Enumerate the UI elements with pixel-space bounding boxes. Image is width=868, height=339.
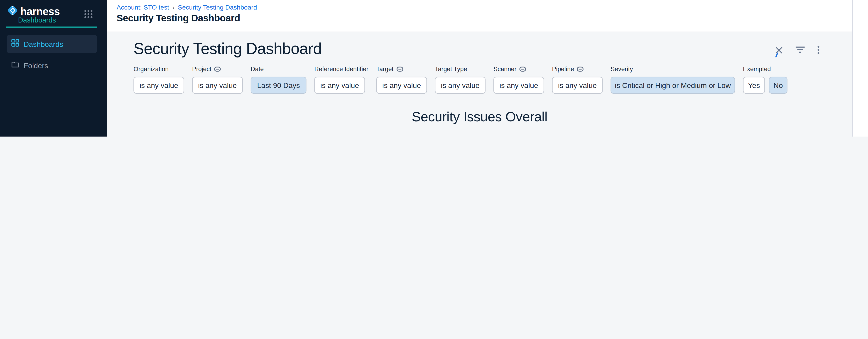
filter-value-dropdown[interactable]: is Critical or High or Medium or Low: [611, 77, 735, 94]
filter-icon[interactable]: [796, 46, 805, 54]
filter-organization: Organization is any value: [133, 65, 184, 94]
filter-label: Reference Identifier: [314, 65, 368, 72]
sidebar-item-label: Dashboards: [24, 40, 63, 48]
section-title: Security Issues Overall: [107, 109, 852, 125]
sidebar: harness Dashboards Dashboards: [0, 0, 107, 137]
filter-label: Severity: [611, 65, 633, 72]
link-icon: [214, 66, 221, 72]
filter-label: Scanner: [493, 65, 517, 72]
sidebar-divider: [6, 27, 97, 28]
app-root: harness Dashboards Dashboards: [0, 0, 868, 137]
sidebar-item-dashboards[interactable]: Dashboards: [7, 35, 97, 53]
dashboards-icon: [11, 39, 19, 49]
filter-pipeline: Pipeline is any value: [552, 65, 602, 94]
filter-value-dropdown[interactable]: is any value: [133, 77, 184, 94]
filter-label: Organization: [133, 65, 168, 72]
module-name: Dashboards: [18, 16, 56, 24]
top-header: Account: STO test › Security Testing Das…: [107, 0, 868, 32]
filter-scanner: Scanner is any value: [493, 65, 544, 94]
filter-label: Project: [192, 65, 212, 72]
breadcrumb: Account: STO test › Security Testing Das…: [117, 4, 257, 11]
filter-label: Target: [376, 65, 394, 72]
filter-value-dropdown[interactable]: Last 90 Days: [251, 77, 307, 94]
filter-value-dropdown[interactable]: is any value: [192, 77, 243, 94]
filter-value-dropdown[interactable]: is any value: [314, 77, 365, 94]
sidebar-item-folders[interactable]: Folders: [7, 56, 97, 74]
filter-value-dropdown[interactable]: is any value: [435, 77, 486, 94]
filter-value-dropdown[interactable]: is any value: [552, 77, 602, 94]
vertical-scrollbar[interactable]: [852, 0, 868, 137]
filter-date: Date Last 90 Days: [251, 65, 307, 94]
close-icon[interactable]: [775, 46, 783, 54]
filter-severity: Severity is Critical or High or Medium o…: [611, 65, 735, 94]
filter-label: Exempted: [743, 65, 771, 72]
filter-value-dropdown[interactable]: is any value: [493, 77, 544, 94]
filter-project: Project is any value: [192, 65, 243, 94]
filter-target: Target is any value: [376, 65, 427, 94]
link-icon: [396, 66, 403, 72]
link-icon: [577, 66, 584, 72]
filter-reference-identifier: Reference Identifier is any value: [314, 65, 368, 94]
breadcrumb-separator-icon: ›: [173, 4, 175, 11]
filter-target-type: Target Type is any value: [435, 65, 486, 94]
dashboard-title: Security Testing Dashboard: [133, 40, 321, 58]
brand-name: harness: [20, 6, 60, 17]
filter-label: Date: [251, 65, 264, 72]
app-launcher-icon[interactable]: [84, 9, 93, 19]
kebab-menu-icon[interactable]: [817, 46, 820, 54]
dashboard-actions: [775, 46, 819, 54]
exempted-yes-button[interactable]: Yes: [743, 77, 765, 94]
filter-exempted: Exempted Yes No: [743, 65, 787, 94]
breadcrumb-page-link[interactable]: Security Testing Dashboard: [178, 4, 257, 11]
breadcrumb-account-link[interactable]: Account: STO test: [117, 4, 169, 11]
filter-value-dropdown[interactable]: is any value: [376, 77, 427, 94]
harness-logo-icon: [7, 4, 19, 19]
filter-bar: Organization is any value Project is any…: [133, 65, 787, 94]
page-title: Security Testing Dashboard: [117, 13, 240, 24]
filter-label: Pipeline: [552, 65, 574, 72]
link-icon: [519, 66, 526, 72]
filter-label: Target Type: [435, 65, 467, 72]
sidebar-item-label: Folders: [24, 61, 48, 69]
folder-icon: [11, 60, 19, 70]
exempted-no-button[interactable]: No: [769, 77, 787, 94]
dashboard-content: Security Testing Dashboard O: [107, 32, 852, 137]
